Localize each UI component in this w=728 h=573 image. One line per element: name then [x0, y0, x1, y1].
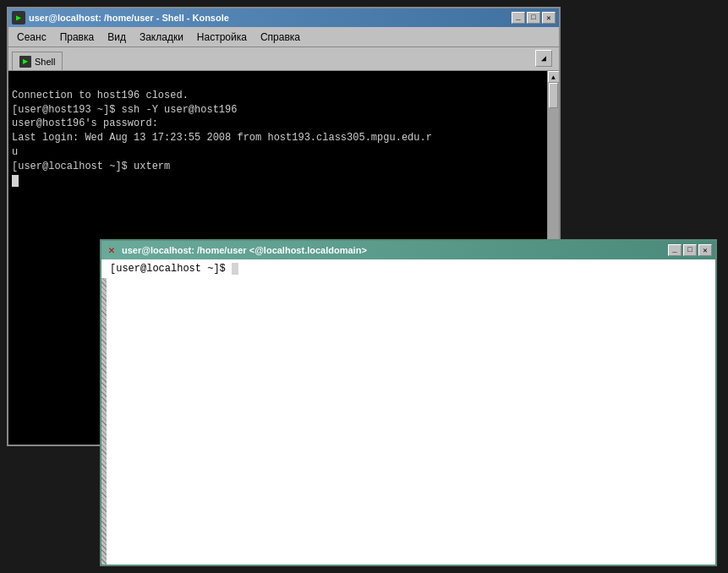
- uxterm-title: user@localhost: /home/user <@localhost.l…: [122, 245, 665, 255]
- uxterm-close-button[interactable]: ✕: [698, 244, 712, 256]
- menu-settings[interactable]: Настройка: [192, 30, 252, 45]
- uxterm-minimize-button[interactable]: _: [668, 244, 681, 256]
- uxterm-border-decoration: [101, 278, 107, 565]
- konsole-close-button[interactable]: ✕: [542, 12, 556, 24]
- konsole-maximize-button[interactable]: □: [527, 12, 540, 24]
- uxterm-cursor: [232, 263, 238, 275]
- uxterm-window-controls: _ □ ✕: [668, 244, 712, 256]
- konsole-minimize-button[interactable]: _: [512, 12, 525, 24]
- menu-bookmarks[interactable]: Закладки: [134, 30, 189, 45]
- shell-tab-icon: ▶: [19, 56, 31, 68]
- shell-tab-label: Shell: [35, 57, 55, 67]
- uxterm-prompt: [user@localhost ~]$: [110, 263, 232, 275]
- scroll-up-button[interactable]: ▲: [548, 71, 560, 83]
- menu-session[interactable]: Сеанс: [12, 30, 52, 45]
- konsole-window-controls: _ □ ✕: [512, 12, 556, 24]
- terminal-output: Connection to host196 closed. [user@host…: [12, 74, 544, 188]
- konsole-titlebar: ▶ user@localhost: /home/user - Shell - K…: [8, 8, 559, 27]
- uxterm-terminal[interactable]: [user@localhost ~]$: [107, 259, 242, 565]
- uxterm-titlebar: ✕ user@localhost: /home/user <@localhost…: [101, 241, 715, 259]
- menu-view[interactable]: Вид: [102, 30, 131, 45]
- uxterm-window: ✕ user@localhost: /home/user <@localhost…: [100, 239, 717, 566]
- scrollbar-thumb[interactable]: [549, 83, 558, 108]
- shell-tab[interactable]: ▶ Shell: [12, 52, 63, 70]
- uxterm-app-icon: ✕: [105, 243, 118, 257]
- konsole-app-icon: ▶: [12, 11, 25, 25]
- uxterm-inner: [user@localhost ~]$: [107, 259, 242, 565]
- menu-help[interactable]: Справка: [255, 30, 305, 45]
- konsole-title: user@localhost: /home/user - Shell - Kon…: [29, 13, 508, 23]
- tab-expand-button[interactable]: ◢: [535, 50, 552, 67]
- uxterm-maximize-button[interactable]: □: [683, 244, 697, 256]
- konsole-menubar: Сеанс Правка Вид Закладки Настройка Спра…: [8, 27, 559, 47]
- uxterm-content-wrapper: [user@localhost ~]$: [101, 259, 715, 565]
- terminal-cursor: [12, 175, 19, 187]
- konsole-tabbar: ▶ Shell ◢: [8, 47, 559, 71]
- menu-edit[interactable]: Правка: [55, 30, 100, 45]
